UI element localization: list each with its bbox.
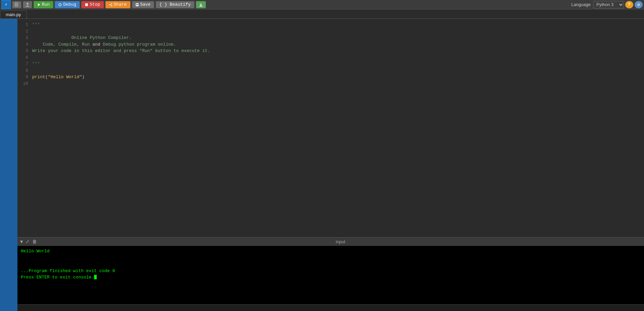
- tab-bar: main.py: [0, 9, 644, 19]
- sidebar: [0, 19, 17, 311]
- download-icon: [199, 3, 203, 7]
- line-num-9: 9: [17, 74, 28, 81]
- share-button[interactable]: Share: [105, 1, 130, 8]
- code-content[interactable]: ''' Online Python Compiler. Code, Compil…: [31, 19, 644, 237]
- download-button[interactable]: [196, 1, 206, 8]
- console-collapse-icon[interactable]: ▼: [20, 239, 23, 245]
- svg-point-12: [111, 5, 112, 6]
- line-num-5: 5: [17, 48, 28, 54]
- toolbar: ⚡ Run Debug: [0, 0, 644, 9]
- new-file-button[interactable]: [12, 1, 21, 8]
- console-expand-icon[interactable]: ⤢: [25, 239, 30, 245]
- help-button[interactable]: ?: [625, 1, 633, 8]
- save-icon: [136, 3, 139, 6]
- svg-line-14: [110, 5, 111, 5]
- line-num-8: 8: [17, 67, 28, 74]
- code-editor: 1 2 3 4 5 6 7 8 9 10 ''' Online Python C…: [17, 19, 644, 237]
- beautify-label: { } Beautify: [159, 2, 191, 7]
- output-line-5: Press ENTER to exit console.█: [21, 275, 97, 280]
- save-button[interactable]: Save: [132, 1, 154, 8]
- run-button[interactable]: Run: [34, 1, 53, 8]
- debug-label: Debug: [63, 2, 76, 7]
- language-label: Language: [571, 2, 591, 7]
- language-select[interactable]: Python 3 Python 2 JavaScript Java C++: [593, 1, 624, 8]
- new-file-icon: [14, 2, 19, 7]
- output-line-2: [21, 255, 23, 260]
- svg-point-11: [109, 4, 110, 5]
- editor-area: 1 2 3 4 5 6 7 8 9 10 ''' Online Python C…: [17, 19, 644, 311]
- save-label: Save: [140, 2, 151, 7]
- debug-icon: [58, 3, 62, 6]
- svg-rect-9: [85, 3, 88, 6]
- run-icon: [37, 3, 41, 6]
- svg-rect-17: [136, 5, 138, 6]
- upload-button[interactable]: [23, 1, 32, 8]
- console-area: ▼ ⤢ 🗑 input Hello World ...Program finis…: [17, 237, 644, 304]
- output-line-1: Hello World: [21, 249, 50, 254]
- debug-button[interactable]: Debug: [55, 1, 80, 8]
- line-num-1: 1: [17, 21, 28, 28]
- svg-point-8: [60, 5, 60, 5]
- line-num-7: 7: [17, 61, 28, 67]
- stop-icon: [85, 3, 88, 6]
- output-line-4: ...Program finished with exit code 0: [21, 268, 115, 273]
- share-label: Share: [114, 2, 127, 7]
- output-line-3: [21, 262, 23, 267]
- console-output[interactable]: Hello World ...Program finished with exi…: [17, 246, 644, 304]
- share-icon: [109, 3, 112, 6]
- line-num-10: 10: [17, 81, 28, 87]
- settings-button[interactable]: ⚙: [635, 1, 643, 8]
- console-clear-icon[interactable]: 🗑: [32, 239, 37, 245]
- logo-icon[interactable]: ⚡: [1, 0, 11, 9]
- svg-marker-5: [38, 3, 40, 6]
- upload-icon: [25, 2, 30, 7]
- svg-rect-16: [137, 3, 138, 4]
- line-numbers: 1 2 3 4 5 6 7 8 9 10: [17, 19, 31, 237]
- stop-button[interactable]: Stop: [81, 1, 104, 8]
- stop-label: Stop: [90, 2, 100, 7]
- line-num-3: 3: [17, 35, 28, 41]
- line-num-4: 4: [17, 41, 28, 48]
- main-layout: 1 2 3 4 5 6 7 8 9 10 ''' Online Python C…: [0, 19, 644, 311]
- run-label: Run: [42, 2, 50, 7]
- svg-point-10: [111, 3, 112, 4]
- status-bar: [17, 304, 644, 311]
- tab-main-py[interactable]: main.py: [0, 10, 27, 18]
- svg-line-13: [110, 4, 111, 4]
- console-toolbar: ▼ ⤢ 🗑 input: [17, 237, 644, 246]
- line-num-2: 2: [17, 28, 28, 35]
- line-num-6: 6: [17, 54, 28, 61]
- console-title: input: [40, 239, 641, 244]
- beautify-button[interactable]: { } Beautify: [156, 1, 195, 8]
